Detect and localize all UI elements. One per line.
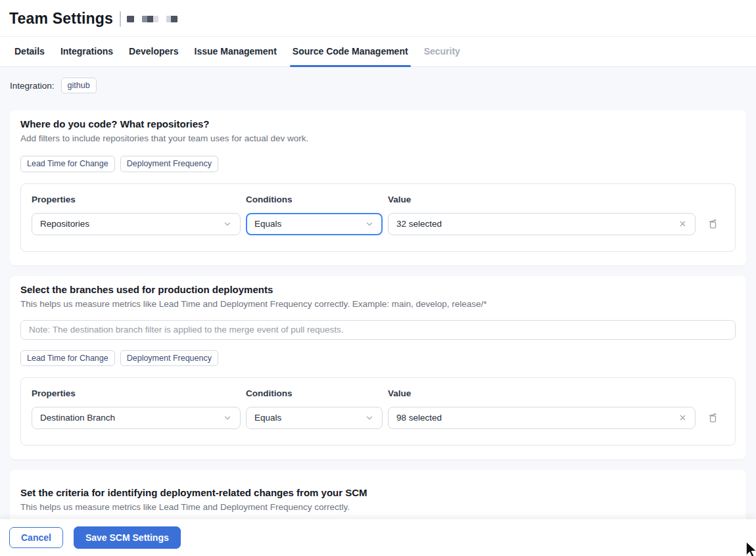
active-tab-underline <box>290 65 411 67</box>
redacted-text <box>142 16 158 22</box>
filter-row-container: Properties Conditions Value Destination … <box>20 377 736 446</box>
metric-badges: Lead Time for Change Deployment Frequenc… <box>20 156 736 172</box>
tab-label: Source Code Management <box>293 46 408 57</box>
conditions-column-label: Conditions <box>246 195 383 204</box>
branch-note-input[interactable] <box>20 320 736 340</box>
delete-filter-button[interactable] <box>701 410 724 425</box>
value-input[interactable] <box>396 219 677 229</box>
tab-integrations[interactable]: Integrations <box>53 37 121 66</box>
repositories-card: Where do you code? What repositories? Ad… <box>10 110 746 265</box>
close-icon[interactable] <box>677 218 688 229</box>
card-description: Add filters to include repositories that… <box>20 133 736 145</box>
conditions-select[interactable]: Equals <box>246 407 383 429</box>
page-title: Team Settings <box>9 10 113 28</box>
value-column-label: Value <box>388 388 696 398</box>
mouse-cursor <box>744 540 756 556</box>
chevron-down-icon <box>365 220 374 229</box>
integration-badge: github <box>61 78 97 93</box>
conditions-select-value: Equals <box>254 219 281 229</box>
card-description: This helps us measure metrics like Lead … <box>20 298 736 311</box>
trash-icon <box>707 411 719 424</box>
tab-developers[interactable]: Developers <box>121 37 186 66</box>
branches-card: Select the branches used for production … <box>10 276 746 459</box>
footer-bar: Cancel Save SCM Settings <box>0 519 756 556</box>
properties-select-value: Destination Branch <box>40 413 115 423</box>
cancel-button[interactable]: Cancel <box>9 527 63 548</box>
save-scm-settings-button[interactable]: Save SCM Settings <box>74 526 181 549</box>
tab-security: Security <box>416 37 468 66</box>
redacted-text <box>166 16 177 22</box>
chevron-down-icon <box>365 413 374 423</box>
card-heading: Where do you code? What repositories? <box>20 118 736 129</box>
conditions-select-value: Equals <box>254 413 281 423</box>
properties-column-label: Properties <box>32 388 241 398</box>
value-input-wrapper <box>388 213 696 235</box>
chevron-down-icon <box>223 413 232 423</box>
conditions-select[interactable]: Equals <box>246 213 383 235</box>
properties-select[interactable]: Repositories <box>32 213 241 235</box>
metric-badge-lead-time: Lead Time for Change <box>20 350 115 366</box>
card-heading: Set the criteria for identifying deploym… <box>20 487 736 498</box>
filter-row-container: Properties Conditions Value Repositories… <box>20 183 736 252</box>
tab-issue-management[interactable]: Issue Management <box>187 37 285 66</box>
metric-badge-lead-time: Lead Time for Change <box>20 156 115 172</box>
title-divider <box>120 11 121 27</box>
properties-select-value: Repositories <box>40 219 89 229</box>
card-heading: Select the branches used for production … <box>20 284 736 295</box>
value-column-label: Value <box>388 195 696 204</box>
metric-badges: Lead Time for Change Deployment Frequenc… <box>20 350 736 366</box>
metric-badge-deployment-frequency: Deployment Frequency <box>120 156 218 172</box>
delete-filter-button[interactable] <box>701 216 724 231</box>
conditions-column-label: Conditions <box>246 388 383 398</box>
integration-label: Integration: <box>10 81 55 91</box>
properties-column-label: Properties <box>32 195 241 204</box>
page-header: Team Settings <box>0 0 756 36</box>
redacted-text <box>127 16 134 22</box>
close-icon[interactable] <box>677 412 688 423</box>
value-input[interactable] <box>396 413 677 423</box>
tab-details[interactable]: Details <box>7 37 53 66</box>
card-description: This helps us measure metrics like Lead … <box>20 501 736 514</box>
value-input-wrapper <box>388 407 696 429</box>
metric-badge-deployment-frequency: Deployment Frequency <box>120 350 218 366</box>
scm-settings-panel: Integration: github Where do you code? W… <box>0 67 756 528</box>
properties-select[interactable]: Destination Branch <box>32 407 241 429</box>
tab-source-code-management[interactable]: Source Code Management <box>285 37 416 66</box>
integration-row: Integration: github <box>10 78 746 93</box>
tab-bar: Details Integrations Developers Issue Ma… <box>0 36 756 67</box>
trash-icon <box>707 218 719 230</box>
chevron-down-icon <box>223 220 232 229</box>
